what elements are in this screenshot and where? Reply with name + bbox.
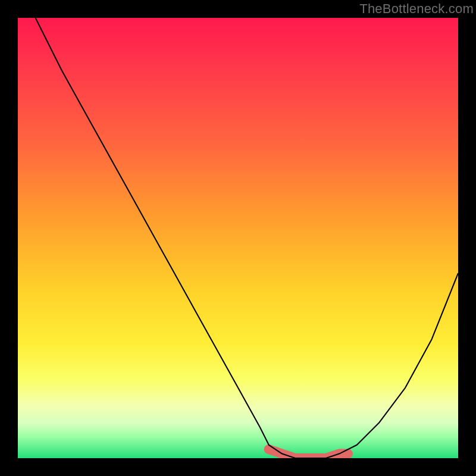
highlight-start-dot [264,444,274,454]
curve-path [36,18,458,458]
highlight-layer [264,444,348,458]
chart-frame: TheBottleneck.com [0,0,476,476]
highlight-path [269,449,348,458]
plot-area [18,18,458,458]
chart-svg [18,18,458,458]
watermark-text: TheBottleneck.com [359,1,474,17]
